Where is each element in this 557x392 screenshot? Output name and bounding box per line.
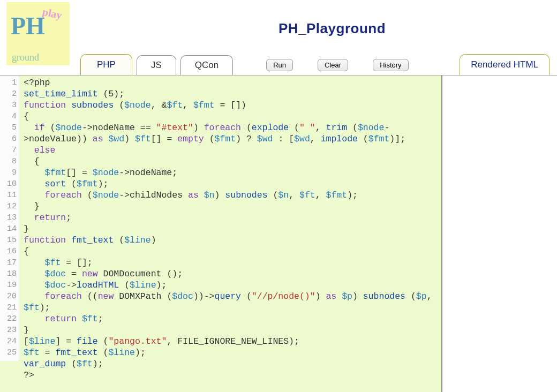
code-line[interactable]: sort ($fmt); xyxy=(24,178,438,190)
code-line[interactable]: { xyxy=(24,156,438,167)
code-line[interactable]: foreach ($node->childNodes as $n) subnod… xyxy=(24,190,438,201)
run-button[interactable]: Run xyxy=(266,59,293,71)
line-number: 21 xyxy=(0,302,17,313)
code-line[interactable]: { xyxy=(24,111,438,122)
code-line[interactable]: set_time_limit (5); xyxy=(24,88,438,100)
code-line[interactable]: } xyxy=(24,223,438,235)
logo-letters: PH xyxy=(11,12,45,40)
code-text[interactable]: <?phpset_time_limit (5);function subnode… xyxy=(20,76,441,384)
page-title: PH_Playground xyxy=(278,20,386,37)
code-line[interactable]: return $ft; xyxy=(24,313,438,325)
code-line[interactable]: else xyxy=(24,145,438,156)
line-number: 19 xyxy=(0,280,17,291)
tab-qcon[interactable]: QCon xyxy=(180,55,233,75)
main: 1234567891011121314151617181920212223242… xyxy=(0,75,557,392)
code-line[interactable]: } xyxy=(24,325,438,336)
history-button[interactable]: History xyxy=(373,59,408,71)
line-number: 8 xyxy=(0,156,17,167)
code-line[interactable]: foreach ((new DOMXPath ($doc))->query ("… xyxy=(24,291,438,313)
code-editor[interactable]: 1234567891011121314151617181920212223242… xyxy=(0,75,441,392)
code-line[interactable]: <?php xyxy=(24,77,438,88)
line-number: 2 xyxy=(0,88,17,100)
line-number: 13 xyxy=(0,212,17,223)
code-line[interactable]: ?> xyxy=(24,370,438,381)
code-line[interactable]: { xyxy=(24,246,438,257)
code-line[interactable]: $ft = []; xyxy=(24,257,438,268)
line-number: 14 xyxy=(0,223,17,235)
line-number: 20 xyxy=(0,291,17,302)
code-line[interactable]: $doc = new DOMDocument (); xyxy=(24,268,438,280)
line-gutter: 1234567891011121314151617181920212223242… xyxy=(0,76,19,361)
line-number: 25 xyxy=(0,347,17,358)
line-number: 22 xyxy=(0,313,17,325)
code-line[interactable]: function fmt_text ($line) xyxy=(24,235,438,246)
line-number: 5 xyxy=(0,122,17,133)
code-line[interactable]: } xyxy=(24,201,438,212)
line-number: 10 xyxy=(0,178,17,190)
tab-rendered-html[interactable]: Rendered HTML xyxy=(460,54,550,75)
line-number: 18 xyxy=(0,268,17,280)
header: PH play ground PH_Playground PHP JS QCon… xyxy=(0,0,557,75)
output-panel xyxy=(441,75,557,392)
action-buttons: Run Clear History xyxy=(265,59,409,75)
line-number: 4 xyxy=(0,111,17,122)
clear-button[interactable]: Clear xyxy=(318,59,348,71)
line-number: 15 xyxy=(0,235,17,246)
line-number: 3 xyxy=(0,100,17,111)
line-number: 7 xyxy=(0,145,17,156)
code-line[interactable]: [$line] = file ("pango.txt", FILE_IGNORE… xyxy=(24,336,438,347)
line-number: 1 xyxy=(0,77,17,88)
code-line[interactable]: $ft = fmt_text ($line); xyxy=(24,347,438,358)
tab-js[interactable]: JS xyxy=(137,55,176,75)
line-number: 16 xyxy=(0,246,17,257)
code-line[interactable]: $doc->loadHTML ($line); xyxy=(24,280,438,291)
line-number: 6 xyxy=(0,133,17,145)
line-number: 11 xyxy=(0,190,17,201)
tab-php[interactable]: PHP xyxy=(80,54,132,75)
code-line[interactable]: if ($node->nodeName == "#text") foreach … xyxy=(24,122,438,145)
code-line[interactable]: return; xyxy=(24,212,438,223)
line-number: 12 xyxy=(0,201,17,212)
code-line[interactable]: function subnodes ($node, &$ft, $fmt = [… xyxy=(24,100,438,111)
code-line[interactable]: $fmt[] = $node->nodeName; xyxy=(24,167,438,178)
tabs-row: PHP JS QCon Run Clear History Rendered H… xyxy=(0,54,557,75)
line-number: 9 xyxy=(0,167,17,178)
line-number: 17 xyxy=(0,257,17,268)
code-line[interactable]: var_dump ($ft); xyxy=(24,358,438,370)
line-number: 23 xyxy=(0,325,17,336)
line-number: 24 xyxy=(0,336,17,347)
